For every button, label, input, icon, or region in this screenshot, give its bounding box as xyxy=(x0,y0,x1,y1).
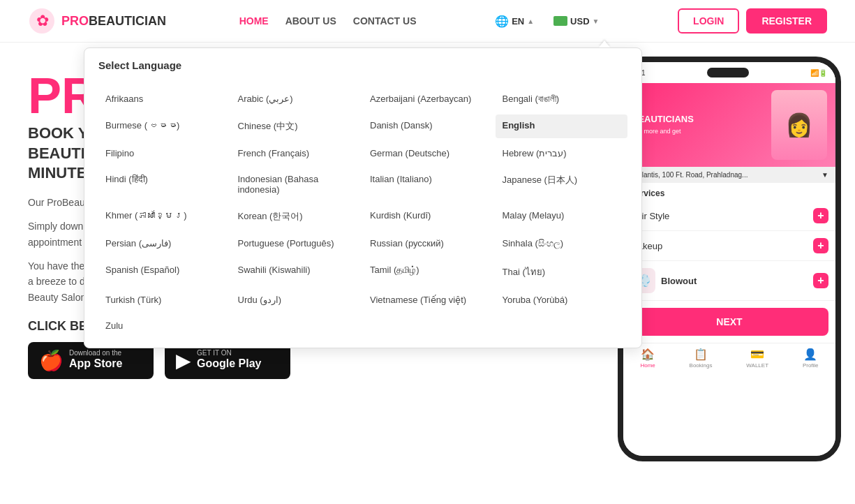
lang-option[interactable]: French (Français) xyxy=(231,142,364,164)
nav-contact[interactable]: CONTACT US xyxy=(353,15,417,27)
service-item-hairstyle[interactable]: Hair Style + xyxy=(623,201,835,231)
bottom-nav-bookings[interactable]: 📋 Bookings xyxy=(690,348,713,369)
lang-option[interactable]: Russian (русский) xyxy=(363,232,496,255)
phone-mockup: 9:41 📶🔋 BEAUTICIANS and more and get 👩 s… xyxy=(618,57,841,461)
profile-nav-icon: 👤 xyxy=(803,348,817,361)
main-nav: HOME ABOUT US CONTACT US xyxy=(239,15,417,27)
lang-option[interactable]: Japanese (日本人) xyxy=(496,168,628,200)
auth-buttons: LOGIN REGISTER xyxy=(678,8,827,34)
phone-top-bar: 9:41 📶🔋 xyxy=(623,62,835,83)
phone-banner: BEAUTICIANS and more and get 👩 xyxy=(623,83,835,167)
lang-option[interactable]: German (Deutsche) xyxy=(363,142,496,164)
google-play-icon: ▶ xyxy=(176,349,191,372)
apple-icon: 🍎 xyxy=(39,349,64,372)
flag-icon xyxy=(553,16,567,26)
lang-option[interactable]: Spanish (Español) xyxy=(98,259,231,285)
dropdown-title: Select Language xyxy=(98,59,627,77)
logo-icon: ✿ xyxy=(28,7,56,35)
globe-icon: 🌐 xyxy=(495,15,509,28)
lang-option[interactable]: Swahili (Kiswahili) xyxy=(231,259,364,285)
lang-option[interactable]: Thai (ไทย) xyxy=(496,259,628,285)
currency-label: USD xyxy=(570,16,589,27)
service-item-makeup[interactable]: Makeup + xyxy=(623,231,835,261)
lang-chevron-icon: ▲ xyxy=(527,17,534,25)
lang-option[interactable]: Burmese (ဗမာမာ) xyxy=(98,114,231,138)
bottom-nav-wallet[interactable]: 💳 WALLET xyxy=(746,348,768,369)
banner-model-image: 👩 xyxy=(771,90,827,160)
app-store-text: Download on the App Store xyxy=(69,350,122,371)
lang-option[interactable]: Yoruba (Yorùbá) xyxy=(496,289,628,311)
lang-option[interactable]: Chinese (中文) xyxy=(231,114,364,138)
bottom-nav-home[interactable]: 🏠 Home xyxy=(640,348,655,369)
lang-option[interactable]: Turkish (Türk) xyxy=(98,289,231,311)
lang-option[interactable]: Azerbaijani (Azerbaycan) xyxy=(363,88,496,110)
dropdown-arrow xyxy=(599,40,610,47)
lang-option[interactable]: English xyxy=(496,114,628,138)
lang-option[interactable]: Hebrew (עברית) xyxy=(496,142,628,164)
blowout-item[interactable]: 💨 Blowout + xyxy=(623,261,835,301)
nav-about[interactable]: ABOUT US xyxy=(285,15,336,27)
lang-option[interactable]: Tamil (தமிழ்) xyxy=(363,259,496,285)
phone-address-bar: s Atlantis, 100 Ft. Road, Prahladnag... … xyxy=(623,167,835,183)
lang-option[interactable]: Bengali (বাঙালী) xyxy=(496,88,628,110)
phone-address-text: s Atlantis, 100 Ft. Road, Prahladnag... xyxy=(630,171,748,179)
lang-option[interactable]: Portuguese (Português) xyxy=(231,232,364,255)
nav-home[interactable]: HOME xyxy=(239,15,269,27)
lang-code-label: EN xyxy=(512,16,524,27)
blowout-name: Blowout xyxy=(661,276,808,286)
lang-option[interactable]: Filipino xyxy=(98,142,231,164)
language-button[interactable]: 🌐 EN ▲ xyxy=(489,12,540,31)
currency-button[interactable]: USD ▼ xyxy=(548,13,604,29)
phone-status-icons: 📶🔋 xyxy=(810,69,827,77)
login-button[interactable]: LOGIN xyxy=(678,8,739,34)
lang-option[interactable]: Indonesian (Bahasa indonesia) xyxy=(231,168,364,200)
svg-text:✿: ✿ xyxy=(36,12,49,29)
currency-chevron-icon: ▼ xyxy=(593,17,600,25)
lang-option[interactable]: Malay (Melayu) xyxy=(496,205,628,228)
lang-option[interactable]: Persian (فارسی) xyxy=(98,232,231,255)
lang-option[interactable]: Korean (한국어) xyxy=(231,205,364,228)
lang-option[interactable]: Italian (Italiano) xyxy=(363,168,496,200)
lang-option[interactable]: Arabic (عربي) xyxy=(231,88,364,110)
logo: ✿ PROBEAUTICIAN xyxy=(28,7,166,35)
logo-text: PROBEAUTICIAN xyxy=(61,14,166,29)
lang-option[interactable]: Zulu xyxy=(98,315,231,336)
home-nav-icon: 🏠 xyxy=(641,348,655,361)
lang-option[interactable]: Vietnamese (Tiếng việt) xyxy=(363,289,496,311)
lang-currency-area: 🌐 EN ▲ USD ▼ xyxy=(489,12,604,31)
wallet-nav-icon: 💳 xyxy=(750,348,764,361)
hairstyle-plus-icon[interactable]: + xyxy=(813,208,828,223)
lang-option[interactable]: Urdu (اردو) xyxy=(231,289,364,311)
bottom-nav-profile[interactable]: 👤 Profile xyxy=(803,348,819,369)
phone-services-label: Services xyxy=(623,183,835,201)
phone-screen: 9:41 📶🔋 BEAUTICIANS and more and get 👩 s… xyxy=(623,62,835,456)
lang-option[interactable]: Khmer (ភាសាខ្មែរ) xyxy=(98,205,231,228)
google-play-text: GET IT ON Google Play xyxy=(197,350,261,371)
lang-option[interactable]: Hindi (हिंदी) xyxy=(98,168,231,200)
lang-option[interactable]: Danish (Dansk) xyxy=(363,114,496,138)
language-dropdown: Select Language AfrikaansArabic (عربي)Az… xyxy=(84,47,642,348)
blowout-plus-icon[interactable]: + xyxy=(813,273,828,288)
makeup-plus-icon[interactable]: + xyxy=(813,238,828,253)
phone-bottom-nav: 🏠 Home 📋 Bookings 💳 WALLET 👤 Profile xyxy=(623,343,835,373)
register-button[interactable]: REGISTER xyxy=(746,8,827,34)
lang-option[interactable]: Afrikaans xyxy=(98,88,231,110)
language-grid: AfrikaansArabic (عربي)Azerbaijani (Azerb… xyxy=(98,88,627,336)
lang-option[interactable]: Sinhala (සිංහල) xyxy=(496,232,628,255)
bookings-nav-icon: 📋 xyxy=(694,348,708,361)
lang-option[interactable]: Kurdish (Kurdî) xyxy=(363,205,496,228)
phone-notch xyxy=(707,68,749,77)
next-button[interactable]: NEXT xyxy=(630,308,828,336)
phone-chevron-icon: ▼ xyxy=(821,171,828,179)
header: ✿ PROBEAUTICIAN HOME ABOUT US CONTACT US… xyxy=(0,0,855,43)
